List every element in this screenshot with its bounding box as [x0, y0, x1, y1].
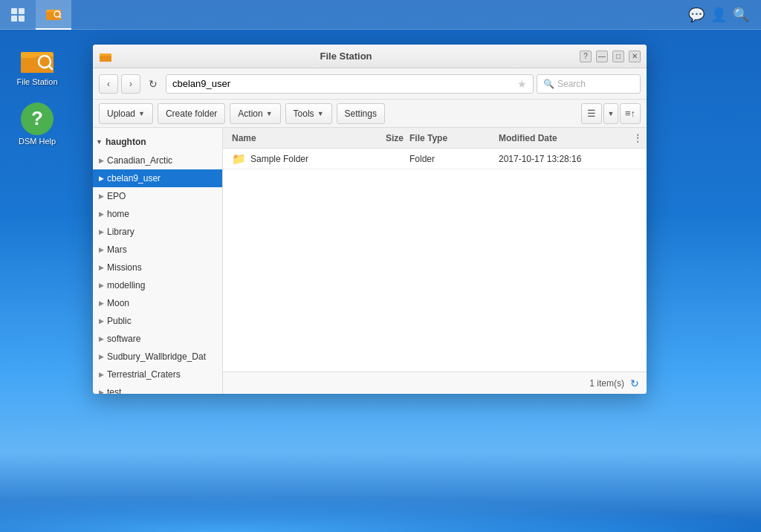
window-folder-icon — [99, 50, 112, 63]
sidebar-item-library[interactable]: ▶ Library — [93, 223, 222, 241]
item-arrow-icon: ▶ — [99, 246, 104, 253]
sidebar-item-mars[interactable]: ▶ Mars — [93, 241, 222, 259]
file-modified-cell: 2017-10-17 13:28:16 — [499, 154, 629, 164]
sidebar-item-sudbury[interactable]: ▶ Sudbury_Wallbridge_Dat — [93, 348, 222, 366]
action-button[interactable]: Action ▼ — [230, 103, 280, 124]
create-folder-button[interactable]: Create folder — [158, 103, 225, 124]
upload-label: Upload — [107, 108, 135, 119]
item-arrow-icon: ▶ — [99, 210, 104, 218]
tools-dropdown-arrow: ▼ — [317, 110, 324, 117]
column-size[interactable]: Size — [350, 133, 409, 143]
table-row[interactable]: 📁 Sample Folder Folder 2017-10-17 13:28:… — [223, 149, 647, 169]
filestation-label: File Station — [16, 77, 57, 86]
path-value: cbelan9_user — [172, 78, 230, 89]
help-button[interactable]: ? — [580, 51, 592, 62]
title-bar: File Station ? — □ ✕ — [93, 45, 647, 68]
item-count: 1 item(s) — [589, 378, 624, 389]
filestation-icon — [19, 42, 55, 77]
maximize-button[interactable]: □ — [612, 51, 624, 62]
sidebar-item-label: Canadian_Arctic — [107, 155, 172, 166]
sidebar-item-canadian-arctic[interactable]: ▶ Canadian_Arctic — [93, 152, 222, 169]
sidebar-item-cbelan9-user[interactable]: ▶ cbelan9_user — [93, 169, 222, 187]
svg-rect-10 — [100, 53, 105, 56]
sidebar-item-missions[interactable]: ▶ Missions — [93, 259, 222, 276]
search-icon[interactable]: 🔍 — [733, 7, 749, 23]
item-arrow-icon: ▶ — [99, 317, 104, 325]
file-name-cell: 📁 Sample Folder — [223, 152, 350, 166]
filestation-window: File Station ? — □ ✕ ‹ › ↻ cbelan9_user … — [93, 45, 647, 394]
dsmhelp-label: DSM Help — [19, 137, 56, 146]
taskbar-app-grid[interactable] — [0, 0, 36, 30]
sidebar-item-label: Moon — [107, 298, 129, 308]
upload-button[interactable]: Upload ▼ — [99, 103, 153, 124]
sidebar-item-label: EPO — [107, 191, 126, 201]
item-arrow-icon: ▶ — [99, 264, 104, 271]
window-controls: ? — □ ✕ — [580, 51, 641, 62]
action-dropdown-arrow: ▼ — [266, 110, 273, 117]
window-title: File Station — [112, 51, 580, 62]
sidebar-item-label: Missions — [107, 262, 142, 273]
sidebar-item-label: cbelan9_user — [107, 173, 161, 184]
sidebar-item-label: modelling — [107, 280, 145, 291]
search-magnifier-icon: 🔍 — [543, 79, 554, 89]
view-controls: ☰ ▼ ≡↑ — [581, 103, 641, 124]
chat-icon[interactable]: 💬 — [688, 7, 705, 23]
item-arrow-icon: ▶ — [99, 353, 104, 360]
svg-text:?: ? — [31, 107, 43, 129]
sidebar-item-home[interactable]: ▶ home — [93, 205, 222, 223]
root-arrow-icon: ▼ — [96, 138, 103, 146]
sidebar-item-public[interactable]: ▶ Public — [93, 312, 222, 330]
sidebar-item-test[interactable]: ▶ test — [93, 383, 222, 394]
file-list-body: 📁 Sample Folder Folder 2017-10-17 13:28:… — [223, 149, 647, 372]
item-arrow-icon: ▶ — [99, 299, 104, 307]
desktop-icon-dsmhelp[interactable]: ? DSM Help — [7, 97, 67, 150]
sidebar-item-label: Public — [107, 316, 132, 326]
taskbar: 💬 👤 🔍 — [0, 0, 761, 30]
sidebar-root-haughton[interactable]: ▼ haughton — [93, 132, 222, 152]
main-content: ▼ haughton ▶ Canadian_Arctic ▶ cbelan9_u… — [93, 128, 647, 394]
file-modified: 2017-10-17 13:28:16 — [499, 154, 581, 164]
item-arrow-icon: ▶ — [99, 192, 104, 200]
forward-button[interactable]: › — [121, 74, 140, 94]
footer-refresh-button[interactable]: ↻ — [630, 377, 639, 389]
back-button[interactable]: ‹ — [99, 74, 118, 94]
create-folder-label: Create folder — [166, 108, 217, 119]
sidebar-item-label: home — [107, 209, 129, 219]
taskbar-app-filestation[interactable] — [36, 0, 71, 30]
sidebar-item-software[interactable]: ▶ software — [93, 330, 222, 348]
sort-button[interactable]: ≡↑ — [620, 103, 641, 124]
sidebar-item-label: Sudbury_Wallbridge_Dat — [107, 351, 206, 362]
item-arrow-icon: ▶ — [99, 282, 104, 289]
search-bar[interactable]: 🔍 Search — [537, 74, 641, 94]
sidebar-item-modelling[interactable]: ▶ modelling — [93, 276, 222, 294]
list-view-button[interactable]: ☰ — [581, 103, 602, 124]
column-more[interactable]: ⋮ — [629, 133, 647, 143]
path-star-icon[interactable]: ★ — [517, 78, 527, 90]
sidebar-item-terrestrial[interactable]: ▶ Terrestrial_Craters — [93, 366, 222, 383]
action-bar: Upload ▼ Create folder Action ▼ Tools ▼ … — [93, 100, 647, 128]
tools-button[interactable]: Tools ▼ — [285, 103, 332, 124]
view-dropdown-button[interactable]: ▼ — [603, 103, 618, 124]
column-type[interactable]: File Type — [409, 133, 499, 143]
minimize-button[interactable]: — — [596, 51, 608, 62]
grid-icon — [11, 8, 25, 22]
sidebar-item-moon[interactable]: ▶ Moon — [93, 294, 222, 312]
tools-label: Tools — [294, 108, 314, 119]
upload-dropdown-arrow: ▼ — [138, 110, 145, 117]
sidebar-root-label: haughton — [106, 137, 146, 147]
refresh-button[interactable]: ↻ — [143, 74, 163, 94]
sidebar-item-label: Library — [107, 227, 135, 237]
column-modified[interactable]: Modified Date — [499, 133, 629, 143]
search-placeholder: Search — [557, 79, 586, 89]
user-icon[interactable]: 👤 — [710, 7, 727, 23]
close-button[interactable]: ✕ — [629, 51, 641, 62]
sidebar-item-epo[interactable]: ▶ EPO — [93, 187, 222, 205]
file-list: Name Size File Type Modified Date ⋮ — [223, 128, 647, 394]
path-bar[interactable]: cbelan9_user ★ — [166, 74, 534, 94]
item-arrow-icon: ▶ — [99, 228, 104, 236]
desktop-icon-filestation[interactable]: File Station — [7, 37, 67, 91]
settings-button[interactable]: Settings — [337, 103, 385, 124]
item-arrow-icon: ▶ — [99, 389, 104, 394]
column-name[interactable]: Name — [223, 133, 350, 143]
item-arrow-icon: ▶ — [99, 157, 104, 164]
